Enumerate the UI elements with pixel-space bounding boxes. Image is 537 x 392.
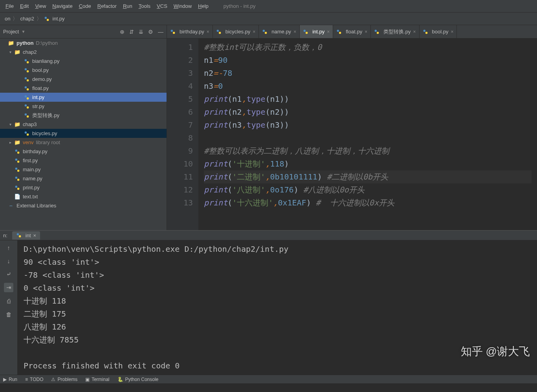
breadcrumb-item[interactable]: int.py <box>42 16 66 22</box>
editor-tab[interactable]: int.py× <box>300 25 333 38</box>
menu-navigate[interactable]: Navigate <box>49 2 75 11</box>
code-content[interactable]: #整数int可以表示正数，负数，0n1=90n2=-78n3=0print(n1… <box>198 38 537 230</box>
console-output[interactable]: D:\python\venv\Scripts\python.exe D:/pyt… <box>17 240 537 375</box>
folder-icon: 📁 <box>8 40 14 46</box>
editor-tab[interactable]: birthday.py× <box>167 25 213 38</box>
python-file-icon <box>336 29 342 35</box>
tree-item[interactable]: 类型转换.py <box>0 111 167 120</box>
hide-icon[interactable]: — <box>158 29 163 35</box>
close-icon[interactable]: × <box>413 29 416 35</box>
expand-all-icon[interactable]: ⇵ <box>129 29 134 35</box>
status-bar: ▶Run ≡TODO ⚠Problems ▣Terminal 🐍Python C… <box>0 375 537 383</box>
tree-item[interactable]: bool.py <box>0 66 167 75</box>
svg-rect-2 <box>25 59 27 61</box>
tree-item[interactable]: int.py <box>0 93 167 102</box>
gear-icon[interactable]: ⚙ <box>148 29 153 35</box>
menu-code[interactable]: Code <box>76 2 94 11</box>
svg-rect-39 <box>377 32 379 34</box>
menu-refactor[interactable]: Refactor <box>94 2 120 11</box>
tree-item[interactable]: ▾📁chap3 <box>0 120 167 129</box>
close-icon[interactable]: × <box>33 233 37 238</box>
locate-icon[interactable]: ⊕ <box>120 29 125 35</box>
editor-tab[interactable]: 类型转换.py× <box>371 25 419 38</box>
menu-run[interactable]: Run <box>120 2 136 11</box>
svg-rect-17 <box>27 134 29 136</box>
python-file-icon <box>14 158 20 164</box>
svg-rect-43 <box>19 235 21 237</box>
svg-rect-0 <box>45 17 47 19</box>
svg-rect-23 <box>17 170 19 172</box>
editor-tab[interactable]: name.py× <box>259 25 300 38</box>
menu-window[interactable]: Window <box>170 2 195 11</box>
python-file-icon <box>14 148 20 155</box>
down-icon[interactable]: ↓ <box>4 256 13 266</box>
print-icon[interactable]: ⎙ <box>4 296 13 306</box>
window-title: python - int.py <box>224 3 256 9</box>
close-icon[interactable]: × <box>365 29 367 35</box>
todo-tab-button[interactable]: ≡TODO <box>25 377 43 382</box>
svg-rect-41 <box>425 32 427 34</box>
svg-rect-19 <box>17 152 19 154</box>
trash-icon[interactable]: 🗑 <box>4 310 13 319</box>
code-editor[interactable]: 12345678910111213 #整数int可以表示正数，负数，0n1=90… <box>167 38 537 230</box>
tree-item[interactable]: demo.py <box>0 75 167 84</box>
terminal-tab-button[interactable]: ▣Terminal <box>85 377 109 382</box>
breadcrumb-item[interactable]: chap2 <box>18 16 35 22</box>
project-title[interactable]: Project <box>3 29 19 35</box>
breadcrumb-item[interactable]: on <box>3 16 12 22</box>
svg-rect-9 <box>27 88 29 90</box>
svg-rect-24 <box>15 176 17 178</box>
python-file-icon <box>303 29 308 35</box>
menu-vcs[interactable]: VCS <box>154 2 170 11</box>
run-tab-button[interactable]: ▶Run <box>3 377 17 382</box>
rerun-up-icon[interactable]: ↑ <box>4 243 13 252</box>
problems-tab-button[interactable]: ⚠Problems <box>51 377 77 382</box>
svg-rect-22 <box>15 167 17 169</box>
menu-view[interactable]: View <box>32 2 49 11</box>
close-icon[interactable]: × <box>207 29 209 35</box>
menu-file[interactable]: File <box>2 2 17 11</box>
run-config-tab[interactable]: int × <box>12 231 40 240</box>
tree-item[interactable]: print.py <box>0 183 167 192</box>
tree-item[interactable]: ▾📁chap2 <box>0 48 167 57</box>
tree-item[interactable]: 📄text.txt <box>0 192 167 201</box>
python-file-icon <box>44 16 49 22</box>
collapse-all-icon[interactable]: ⇊ <box>139 29 143 35</box>
scroll-to-end-icon[interactable]: ⇥ <box>4 283 13 292</box>
tree-item[interactable]: 📁pythonD:\python <box>0 38 167 48</box>
tree-item[interactable]: main.py <box>0 165 167 174</box>
editor-tab[interactable]: bool.py× <box>420 25 457 38</box>
svg-rect-16 <box>25 131 27 133</box>
svg-rect-29 <box>173 32 175 34</box>
python-file-icon <box>14 185 20 191</box>
project-tree[interactable]: 📁pythonD:\python▾📁chap2bianliang.pybool.… <box>0 38 167 230</box>
menu-tools[interactable]: Tools <box>136 2 154 11</box>
watermark: 知乎 @谢大飞 <box>461 344 530 359</box>
python-console-tab-button[interactable]: 🐍Python Console <box>117 377 159 382</box>
close-icon[interactable]: × <box>253 29 255 35</box>
tree-item[interactable]: bicycles.py <box>0 129 167 138</box>
tree-item[interactable]: birthday.py <box>0 147 167 156</box>
dropdown-icon[interactable]: ▼ <box>21 29 25 34</box>
close-icon[interactable]: × <box>293 29 296 35</box>
tree-item[interactable]: str.py <box>0 102 167 111</box>
tree-item[interactable]: float.py <box>0 84 167 93</box>
editor-tab[interactable]: bicycles.py× <box>213 25 259 38</box>
close-icon[interactable]: × <box>327 29 330 35</box>
menu-help[interactable]: Help <box>195 2 212 11</box>
svg-rect-32 <box>263 29 265 31</box>
soft-wrap-icon[interactable]: ⤶ <box>4 269 13 279</box>
menu-edit[interactable]: Edit <box>17 2 32 11</box>
svg-rect-35 <box>306 32 308 34</box>
tree-item[interactable]: first.py <box>0 156 167 165</box>
tree-item[interactable]: ▸📁venvlibrary root <box>0 138 167 147</box>
run-tool-window: n: int × ↑ ↓ ⤶ ⇥ ⎙ 🗑 D:\python\venv\Scri… <box>0 230 537 375</box>
tree-item[interactable]: ⎓External Libraries <box>0 201 167 210</box>
tree-item[interactable]: bianliang.py <box>0 57 167 66</box>
tree-item[interactable]: name.py <box>0 174 167 183</box>
editor-tab[interactable]: float.py× <box>333 25 371 38</box>
python-file-icon <box>24 85 30 92</box>
svg-rect-7 <box>27 79 29 81</box>
svg-rect-26 <box>15 185 17 187</box>
close-icon[interactable]: × <box>451 29 453 35</box>
